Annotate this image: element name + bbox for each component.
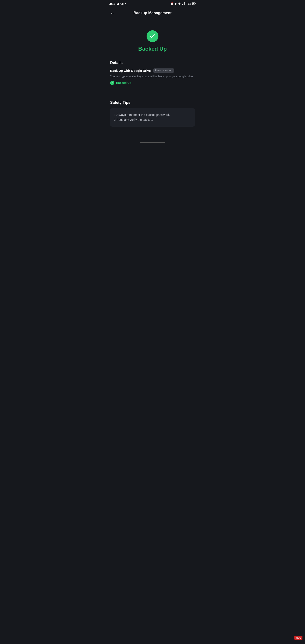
battery-text: 78%: [186, 2, 191, 5]
status-icons: 🖼 𝕏 ▶ •: [116, 2, 126, 5]
back-button[interactable]: ←: [109, 10, 115, 16]
safety-section: Safety Tips 1.Always remember the backup…: [110, 100, 195, 131]
safety-tips-text: 1.Always remember the backup password. 2…: [114, 112, 191, 123]
svg-rect-4: [184, 2, 185, 5]
bottom-indicator: [140, 142, 165, 143]
svg-rect-7: [195, 3, 196, 4]
status-right: ⏰ ✱ 78%: [170, 2, 196, 6]
recommended-badge: Recommended: [153, 68, 174, 73]
safety-tips-box: 1.Always remember the backup password. 2…: [110, 108, 195, 127]
backup-option-name: Back Up with Google Drive: [110, 69, 151, 72]
dot-icon: •: [125, 2, 126, 5]
twitter-icon: 𝕏: [120, 2, 122, 5]
status-bar: 3:13 🖼 𝕏 ▶ • ⏰ ✱ 78%: [106, 0, 199, 7]
svg-rect-3: [184, 3, 184, 5]
photo-icon: 🖼: [116, 2, 119, 5]
alarm-icon: ⏰: [170, 2, 174, 5]
status-left: 3:13 🖼 𝕏 ▶ •: [109, 2, 126, 6]
divider: [110, 96, 195, 96]
svg-point-0: [179, 4, 180, 5]
wifi-icon: [178, 2, 181, 6]
check-circle-icon: [146, 30, 158, 42]
backed-up-check-icon: [110, 81, 114, 85]
safety-tip-2: 2.Regularly verify the backup.: [114, 118, 153, 122]
backup-description: Your encrypted wallet key share will be …: [110, 74, 195, 78]
backed-up-title: Backed Up: [138, 46, 167, 52]
bluetooth-icon: ✱: [174, 2, 177, 5]
youtube-icon: ▶: [122, 2, 124, 5]
backup-status-section: Backed Up: [110, 24, 195, 60]
status-time: 3:13: [109, 2, 115, 6]
backup-status-row: Backed Up: [110, 81, 195, 85]
bottom-bar: [106, 140, 199, 144]
backup-option-header: Back Up with Google Drive Recommended: [110, 68, 195, 73]
svg-rect-2: [183, 4, 184, 5]
signal-icon: [182, 2, 185, 6]
details-title: Details: [110, 60, 195, 65]
header: ← Backup Management: [106, 7, 199, 20]
battery-icon: [192, 2, 196, 6]
safety-tips-title: Safety Tips: [110, 100, 195, 105]
svg-rect-1: [182, 4, 183, 5]
page-title: Backup Management: [134, 11, 172, 15]
main-content: Backed Up Details Back Up with Google Dr…: [106, 20, 199, 135]
google-drive-backup-option: Back Up with Google Drive Recommended Yo…: [110, 68, 195, 85]
details-section: Details Back Up with Google Drive Recomm…: [110, 60, 195, 92]
backed-up-label: Backed Up: [116, 81, 131, 84]
svg-rect-6: [192, 3, 194, 4]
safety-tip-1: 1.Always remember the backup password.: [114, 113, 170, 116]
